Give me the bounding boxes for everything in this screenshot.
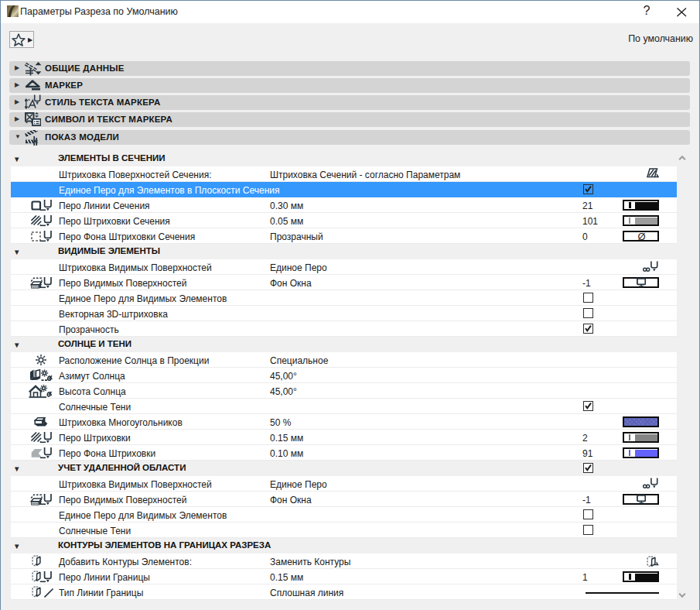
- svg-text:Ø: Ø: [637, 231, 645, 242]
